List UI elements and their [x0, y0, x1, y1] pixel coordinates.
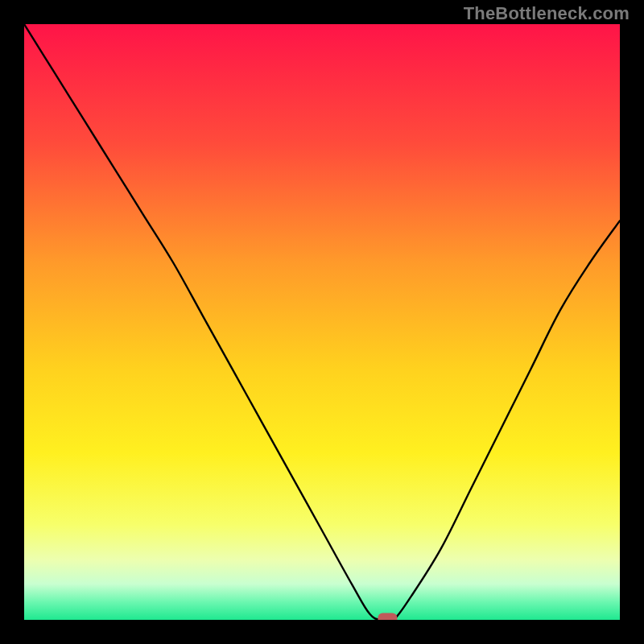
plot-svg [24, 24, 620, 620]
optimum-marker [378, 613, 397, 621]
watermark-text: TheBottleneck.com [464, 3, 630, 24]
chart-frame: TheBottleneck.com [0, 0, 644, 644]
plot-area [24, 24, 620, 620]
